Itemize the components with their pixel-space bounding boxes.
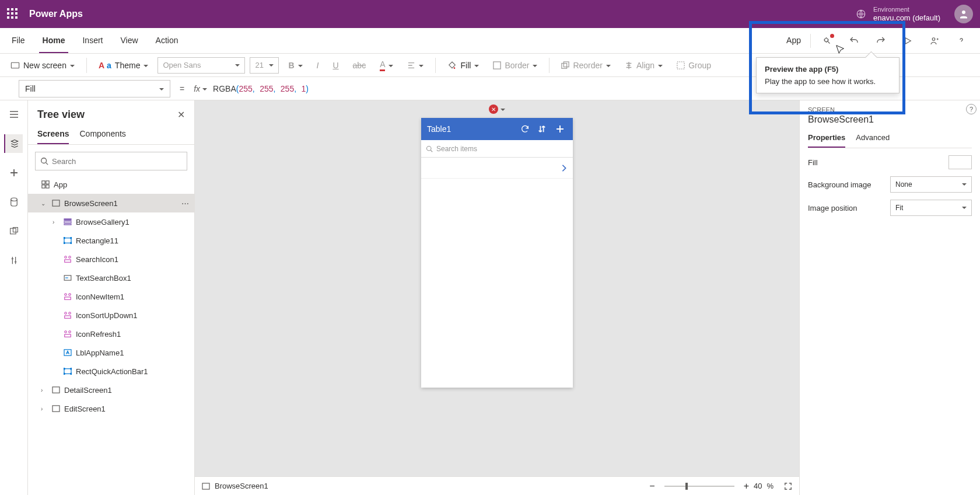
bold-button[interactable]: B	[284, 57, 307, 74]
zoom-knob[interactable]	[685, 483, 688, 490]
fx-icon[interactable]: fx	[194, 84, 207, 93]
undo-button[interactable]	[844, 30, 864, 51]
tree-node[interactable]: ›EditScreen1	[28, 399, 194, 418]
expand-chevron-icon[interactable]: ›	[41, 387, 48, 393]
expand-chevron-icon[interactable]: ›	[52, 219, 60, 225]
tree-node[interactable]: RectQuickActionBar1	[28, 362, 194, 381]
tree-search[interactable]	[35, 152, 187, 170]
node-more-button[interactable]: ⋯	[181, 199, 190, 208]
menu-home[interactable]: Home	[39, 28, 69, 53]
tree-node[interactable]: IconRefresh1	[28, 325, 194, 343]
strikethrough-button[interactable]: abc	[348, 57, 371, 74]
pane-help-icon[interactable]: ?	[966, 104, 977, 114]
tree-node[interactable]: IconNewItem1	[28, 287, 194, 306]
svg-rect-13	[42, 181, 45, 184]
formula-input[interactable]: RGBA(255, 255, 255, 1)	[213, 84, 309, 93]
new-screen-button[interactable]: New screen	[6, 57, 79, 74]
zoom-out-button[interactable]: −	[649, 481, 654, 491]
italic-button[interactable]: I	[312, 57, 324, 74]
zoom-slider[interactable]	[664, 486, 734, 487]
tree-node[interactable]: SearchIcon1	[28, 250, 194, 269]
svg-rect-28	[65, 260, 71, 262]
rail-media[interactable]	[5, 222, 23, 240]
rail-hamburger[interactable]	[5, 105, 23, 124]
tab-advanced[interactable]: Advanced	[856, 130, 890, 148]
screen-icon	[202, 483, 210, 490]
phone-list-row[interactable]	[421, 158, 573, 179]
reorder-button[interactable]: Reorder	[556, 57, 615, 74]
font-size-dropdown[interactable]: 21	[250, 57, 279, 74]
app-launcher-icon[interactable]	[7, 8, 19, 20]
tab-components[interactable]: Components	[79, 126, 125, 144]
chevron-down-icon	[533, 61, 537, 70]
canvas[interactable]: ✕ Table1 Search items	[195, 100, 799, 476]
status-bar: BrowseScreen1 − + 40 %	[195, 476, 799, 495]
tab-properties[interactable]: Properties	[808, 130, 845, 148]
svg-point-41	[64, 368, 65, 369]
sort-icon[interactable]	[538, 124, 550, 134]
phone-search-box[interactable]: Search items	[421, 140, 573, 158]
rail-insert[interactable]	[5, 163, 23, 182]
font-dropdown[interactable]: Open Sans	[158, 57, 245, 74]
chevron-down-icon	[202, 84, 207, 93]
share-button[interactable]	[924, 30, 945, 51]
underline-button[interactable]: U	[328, 57, 343, 74]
tree-node[interactable]: ⌄BrowseScreen1⋯	[28, 194, 194, 212]
user-avatar[interactable]	[954, 5, 973, 23]
formula-function: RGBA	[213, 84, 236, 93]
expand-chevron-icon[interactable]: ›	[41, 406, 48, 412]
svg-point-1	[962, 11, 965, 14]
rail-tree-view[interactable]	[4, 134, 23, 153]
svg-point-33	[65, 312, 67, 315]
zoom-in-button[interactable]: +	[744, 481, 749, 491]
menu-action[interactable]: Action	[152, 28, 182, 53]
rail-data[interactable]	[5, 193, 23, 211]
tree-node[interactable]: Rectangle11	[28, 231, 194, 250]
menu-insert[interactable]: Insert	[79, 28, 106, 53]
refresh-icon[interactable]	[520, 124, 532, 134]
text-align-button[interactable]	[402, 57, 428, 74]
tab-screens[interactable]: Screens	[37, 126, 69, 144]
prop-image-position: Image position Fit	[808, 200, 972, 216]
property-selector[interactable]: Fill	[19, 80, 170, 97]
preview-button[interactable]	[897, 30, 918, 51]
canvas-error-indicator[interactable]: ✕	[489, 104, 505, 114]
svg-point-12	[41, 158, 47, 163]
tree-node[interactable]: IconSortUpDown1	[28, 306, 194, 325]
app-checker-button[interactable]	[817, 30, 838, 51]
expand-chevron-icon[interactable]: ⌄	[41, 200, 48, 207]
node-type-icon	[51, 385, 61, 395]
svg-rect-15	[42, 185, 45, 188]
tree-search-input[interactable]	[52, 157, 182, 166]
svg-rect-19	[64, 221, 71, 223]
fill-swatch[interactable]	[949, 155, 972, 169]
fit-to-window-button[interactable]	[784, 482, 792, 490]
align-button-toolbar[interactable]: Align	[620, 57, 667, 74]
tree-node[interactable]: ›DetailScreen1	[28, 381, 194, 399]
rail-advanced-tools[interactable]	[5, 251, 23, 270]
theme-button[interactable]: Aa Theme	[94, 57, 153, 74]
menu-view[interactable]: View	[117, 28, 141, 53]
tree-node[interactable]: LblAppName1	[28, 343, 194, 362]
close-tree-button[interactable]: ✕	[177, 109, 185, 120]
environment-block[interactable]: Environment enavu.com (default)	[873, 6, 940, 22]
tree-node[interactable]: ›BrowseGallery1	[28, 212, 194, 231]
app-settings-link[interactable]: App	[783, 36, 804, 46]
group-button[interactable]: Group	[672, 57, 716, 74]
fill-button[interactable]: Fill	[443, 57, 484, 74]
tree-node-app[interactable]: App	[28, 175, 194, 194]
menu-file[interactable]: File	[8, 28, 29, 53]
image-position-dropdown[interactable]: Fit	[890, 200, 972, 216]
bg-image-dropdown[interactable]: None	[890, 176, 972, 193]
tree-node-label: TextSearchBox1	[76, 274, 131, 283]
font-color-button[interactable]: A	[375, 57, 398, 74]
add-icon[interactable]	[555, 124, 567, 134]
tree-node[interactable]: TextSearchBox1	[28, 269, 194, 287]
border-button[interactable]: Border	[488, 57, 542, 74]
phone-preview[interactable]: Table1 Search items	[421, 118, 573, 388]
tree-node-label: BrowseScreen1	[64, 199, 118, 208]
svg-rect-8	[677, 61, 684, 68]
redo-button[interactable]	[870, 30, 891, 51]
help-button[interactable]	[951, 30, 972, 51]
chevron-down-icon	[419, 61, 424, 70]
